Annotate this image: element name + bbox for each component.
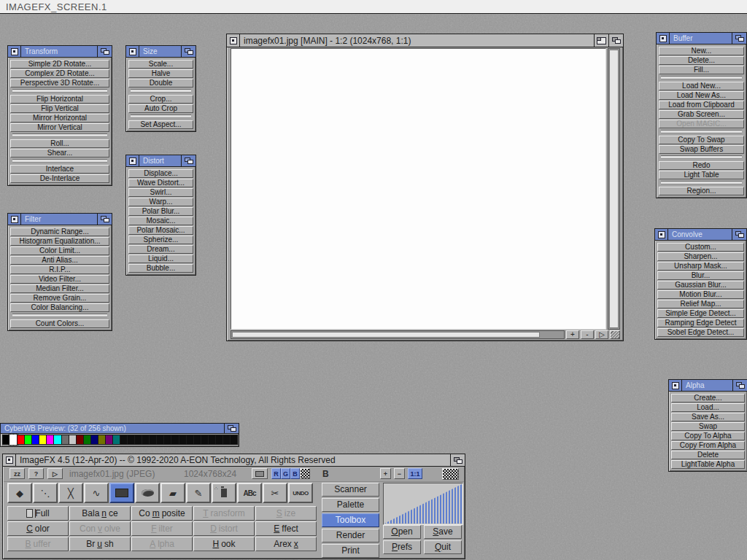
filter-color-balancing-button[interactable]: Color Balancing... [10, 303, 109, 312]
session-quit-button[interactable]: Quit [424, 540, 462, 554]
alpha-save-as-button[interactable]: Save As... [671, 413, 745, 421]
gradient-preview[interactable] [383, 483, 463, 525]
depth-icon[interactable] [450, 454, 465, 466]
convolve-blur-button[interactable]: Blur... [657, 271, 744, 280]
grid-balance-button[interactable]: Balance [69, 506, 131, 521]
buffer-load-new-button[interactable]: Load New... [659, 82, 744, 90]
buffer-region-button[interactable]: Region... [659, 187, 744, 195]
close-icon[interactable] [8, 214, 21, 225]
channel-b-button[interactable]: B [290, 468, 300, 479]
transform-complex-2d-rotate-button[interactable]: Complex 2D Rotate... [10, 69, 109, 78]
panel-titlebar-distort[interactable]: Distort [126, 155, 196, 167]
mode-toolbox-button[interactable]: Toolbox [322, 513, 379, 527]
buffer-redo-button[interactable]: Redo [659, 161, 744, 170]
panel-titlebar-filter[interactable]: Filter [8, 214, 112, 225]
transform-mirror-horizontal-button[interactable]: Mirror Horizontal [10, 114, 109, 122]
filter-count-colors-button[interactable]: Count Colors... [10, 319, 109, 328]
convolve-gaussian-blur-button[interactable]: Gaussian Blur... [657, 281, 744, 289]
grid-full-button[interactable]: Full [7, 506, 69, 521]
zoom-in-button[interactable]: + [380, 468, 391, 479]
tool-freehand-icon[interactable]: ⋱ [33, 483, 58, 503]
convolve-motion-blur-button[interactable]: Motion Blur... [657, 290, 744, 299]
zoom-window-icon[interactable] [594, 34, 608, 47]
buffer-copy-to-swap-button[interactable]: Copy To Swap [659, 136, 744, 144]
close-icon[interactable] [655, 229, 668, 240]
close-icon[interactable] [3, 454, 16, 466]
pan-arrow-button[interactable]: ▷ [595, 330, 608, 339]
monitor-icon[interactable] [252, 468, 268, 479]
mode-scanner-button[interactable]: Scanner [322, 483, 379, 497]
size-auto-crop-button[interactable]: Auto Crop [128, 104, 193, 113]
convolve-sharpen-button[interactable]: Sharpen... [657, 252, 744, 261]
alpha-copy-to-alpha-button[interactable]: Copy To Alpha [671, 432, 745, 440]
buffer-swap-buffers-button[interactable]: Swap Buffers [659, 145, 744, 154]
close-icon[interactable] [657, 33, 670, 44]
tool-airbrush-icon[interactable] [212, 483, 236, 503]
panel-titlebar-convolve[interactable]: Convolve [655, 229, 746, 241]
zoom-out-button[interactable]: − [394, 468, 405, 479]
tool-polygon-icon[interactable]: ▰ [160, 483, 185, 503]
convolve-relief-map-button[interactable]: Relief Map... [657, 300, 744, 308]
alpha-create-button[interactable]: Create... [671, 394, 745, 402]
grid-effect-button[interactable]: Effect [255, 521, 317, 536]
transform-shear-button[interactable]: Shear... [10, 149, 109, 158]
mode-print-button[interactable]: Print [322, 544, 379, 558]
close-icon[interactable] [126, 46, 139, 57]
session-save-button[interactable]: Save [424, 525, 462, 539]
toolbar-titlebar[interactable]: ImageFX 4.5 (12-Apr-20) -- © 1992-2020 A… [3, 454, 465, 467]
size-crop-button[interactable]: Crop... [128, 95, 193, 104]
buffer-new-button[interactable]: New... [659, 47, 744, 55]
filter-r-i-p-button[interactable]: R.I.P... [10, 265, 109, 274]
transform-interlace-button[interactable]: Interlace [10, 165, 109, 174]
vertical-scroll-thumb[interactable] [609, 50, 619, 328]
buffer-load-from-clipboard-button[interactable]: Load from Clipboard [659, 101, 744, 109]
distort-displace-button[interactable]: Displace... [128, 169, 193, 178]
filter-video-filter-button[interactable]: Video Filter... [10, 275, 109, 284]
session-prefs-button[interactable]: Prefs [383, 540, 421, 554]
color-swatch-31[interactable] [230, 435, 238, 445]
filter-histogram-equalization-button[interactable]: Histogram Equalization... [10, 237, 109, 246]
alpha-delete-button[interactable]: Delete [671, 451, 745, 459]
filter-anti-alias-button[interactable]: Anti Alias... [10, 256, 109, 265]
close-icon[interactable] [227, 34, 240, 47]
vertical-scrollbar[interactable] [608, 48, 620, 330]
distort-swirl-button[interactable]: Swirl... [128, 188, 193, 197]
close-icon[interactable] [8, 46, 21, 57]
depth-icon[interactable] [608, 34, 623, 47]
tool-line-icon[interactable]: ╳ [58, 483, 83, 503]
transform-flip-horizontal-button[interactable]: Flip Horizontal [10, 95, 109, 104]
pattern-icon[interactable] [442, 468, 459, 480]
alpha-swap-button[interactable]: Swap [671, 422, 745, 431]
depth-icon[interactable] [97, 214, 112, 225]
session-open-button[interactable]: Open [383, 525, 421, 539]
tool-ellipse-icon[interactable] [135, 483, 160, 503]
filter-dynamic-range-button[interactable]: Dynamic Range... [10, 228, 109, 236]
transform-roll-button[interactable]: Roll... [10, 139, 109, 148]
tool-box-icon[interactable] [109, 483, 134, 503]
depth-icon[interactable] [732, 380, 747, 391]
grid-color-button[interactable]: Color [7, 521, 69, 536]
distort-mosaic-button[interactable]: Mosaic... [128, 217, 193, 225]
grid-arexx-button[interactable]: Arexx [255, 537, 317, 551]
tool-text-icon[interactable]: ABc [237, 483, 262, 503]
alpha-channel-icon[interactable] [300, 468, 310, 479]
distort-wave-distort-button[interactable]: Wave Distort... [128, 179, 193, 187]
horizontal-scroll-thumb[interactable] [232, 332, 540, 338]
depth-icon[interactable] [181, 46, 196, 57]
transform-perspective-3d-rotate-button[interactable]: Perspective 3D Rotate... [10, 79, 109, 88]
transform-mirror-vertical-button[interactable]: Mirror Vertical [10, 123, 109, 132]
buffer-grab-screen-button[interactable]: Grab Screen... [659, 110, 744, 119]
resize-corner-icon[interactable] [610, 330, 620, 339]
alpha-load-button[interactable]: Load... [671, 403, 745, 412]
buffer-delete-button[interactable]: Delete... [659, 56, 744, 65]
depth-icon[interactable] [732, 229, 746, 240]
size-halve-button[interactable]: Halve [128, 69, 193, 78]
transform-simple-2d-rotate-button[interactable]: Simple 2D Rotate... [10, 60, 109, 69]
convolve-ramping-edge-detect-button[interactable]: Ramping Edge Detect [657, 319, 744, 327]
filter-remove-grain-button[interactable]: Remove Grain... [10, 294, 109, 303]
depth-icon[interactable] [97, 46, 112, 57]
close-icon[interactable] [669, 380, 682, 391]
transform-flip-vertical-button[interactable]: Flip Vertical [10, 104, 109, 113]
depth-icon[interactable] [224, 424, 239, 433]
panel-titlebar-transform[interactable]: Transform [8, 46, 112, 58]
